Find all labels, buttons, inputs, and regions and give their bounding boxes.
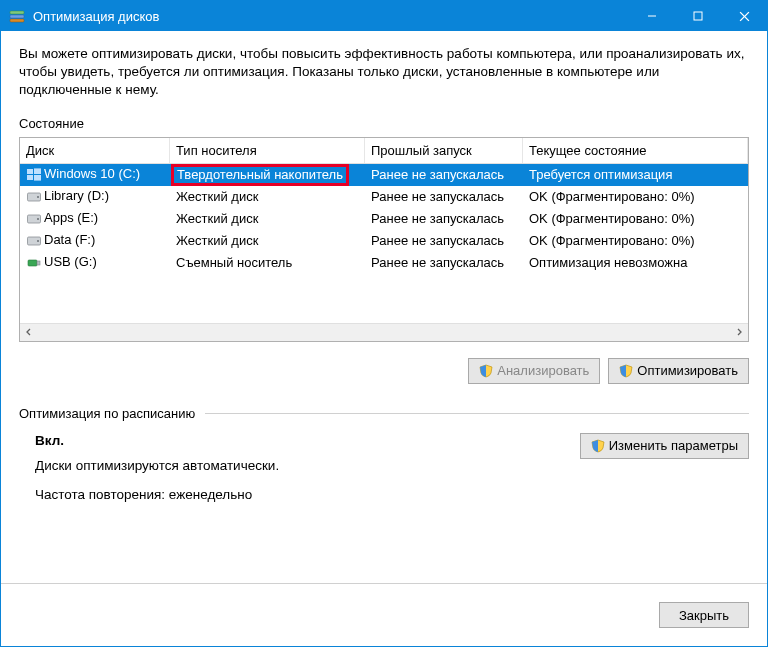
cell-last-run: Ранее не запускалась [365, 233, 523, 248]
schedule-freq-text: Частота повторения: еженедельно [35, 487, 580, 502]
cell-last-run: Ранее не запускалась [365, 167, 523, 182]
disk-name: Library (D:) [44, 188, 109, 203]
table-header: Диск Тип носителя Прошлый запуск Текущее… [20, 138, 748, 164]
cell-type: Жесткий диск [170, 189, 365, 204]
cell-last-run: Ранее не запускалась [365, 189, 523, 204]
svg-rect-7 [27, 169, 33, 174]
divider-line [205, 413, 749, 414]
change-settings-button[interactable]: Изменить параметры [580, 433, 749, 459]
cell-type: Жесткий диск [170, 211, 365, 226]
disk-name: Data (F:) [44, 232, 95, 247]
drives-table: Диск Тип носителя Прошлый запуск Текущее… [19, 137, 749, 342]
scroll-track[interactable] [38, 324, 730, 341]
table-body: Windows 10 (C:)Твердотельный накопительР… [20, 164, 748, 323]
shield-icon [619, 364, 633, 378]
drive-icon [26, 233, 44, 249]
col-header-last[interactable]: Прошлый запуск [365, 138, 523, 163]
optimize-button[interactable]: Оптимизировать [608, 358, 749, 384]
minimize-button[interactable] [629, 1, 675, 31]
shield-icon [479, 364, 493, 378]
shield-icon [591, 439, 605, 453]
svg-rect-10 [34, 175, 41, 181]
col-header-type[interactable]: Тип носителя [170, 138, 365, 163]
optimize-label: Оптимизировать [637, 363, 738, 378]
schedule-on-label: Вкл. [35, 433, 580, 448]
cell-disk: Data (F:) [20, 232, 170, 249]
disk-name: Apps (E:) [44, 210, 98, 225]
app-icon [9, 8, 25, 24]
table-row[interactable]: Apps (E:)Жесткий дискРанее не запускалас… [20, 208, 748, 230]
svg-rect-0 [10, 19, 24, 22]
window: Оптимизация дисков Вы можете оптимизиров… [0, 0, 768, 647]
analyze-label: Анализировать [497, 363, 589, 378]
col-header-disk[interactable]: Диск [20, 138, 170, 163]
table-row[interactable]: Windows 10 (C:)Твердотельный накопительР… [20, 164, 748, 186]
cell-last-run: Ранее не запускалась [365, 211, 523, 226]
scroll-right-button[interactable] [730, 324, 748, 341]
cell-disk: Apps (E:) [20, 210, 170, 227]
drive-icon [26, 255, 44, 271]
svg-point-14 [37, 218, 39, 220]
disk-name: Windows 10 (C:) [44, 166, 140, 181]
action-buttons: Анализировать Оптимизировать [19, 358, 749, 384]
analyze-button: Анализировать [468, 358, 600, 384]
type-value: Жесткий диск [176, 189, 258, 204]
close-window-button[interactable] [721, 1, 767, 31]
description-text: Вы можете оптимизировать диски, чтобы по… [19, 45, 749, 100]
content-area: Вы можете оптимизировать диски, чтобы по… [1, 31, 767, 583]
svg-rect-18 [37, 261, 40, 265]
cell-current-state: OK (Фрагментировано: 0%) [523, 189, 748, 204]
type-value: Жесткий диск [176, 233, 258, 248]
schedule-auto-text: Диски оптимизируются автоматически. [35, 458, 580, 473]
cell-type: Съемный носитель [170, 255, 365, 270]
cell-disk: Windows 10 (C:) [20, 166, 170, 183]
footer: Закрыть [1, 583, 767, 646]
cell-last-run: Ранее не запускалась [365, 255, 523, 270]
svg-rect-2 [10, 11, 24, 14]
scroll-left-button[interactable] [20, 324, 38, 341]
cell-current-state: OK (Фрагментировано: 0%) [523, 233, 748, 248]
cell-type: Твердотельный накопитель [170, 164, 365, 186]
maximize-button[interactable] [675, 1, 721, 31]
svg-point-16 [37, 240, 39, 242]
schedule-info: Вкл. Диски оптимизируются автоматически.… [19, 433, 580, 502]
cell-disk: Library (D:) [20, 188, 170, 205]
schedule-row: Вкл. Диски оптимизируются автоматически.… [19, 433, 749, 502]
change-settings-label: Изменить параметры [609, 438, 738, 453]
cell-current-state: OK (Фрагментировано: 0%) [523, 211, 748, 226]
cell-current-state: Требуется оптимизация [523, 167, 748, 182]
titlebar: Оптимизация дисков [1, 1, 767, 31]
drive-icon [26, 211, 44, 227]
type-value: Жесткий диск [176, 211, 258, 226]
type-value: Съемный носитель [176, 255, 292, 270]
cell-current-state: Оптимизация невозможна [523, 255, 748, 270]
type-value: Твердотельный накопитель [171, 164, 349, 186]
close-button[interactable]: Закрыть [659, 602, 749, 628]
window-title: Оптимизация дисков [33, 9, 629, 24]
horizontal-scrollbar[interactable] [20, 323, 748, 341]
cell-disk: USB (G:) [20, 254, 170, 271]
schedule-section-header: Оптимизация по расписанию [19, 406, 749, 421]
drive-icon [26, 167, 44, 183]
col-header-state[interactable]: Текущее состояние [523, 138, 748, 163]
svg-rect-4 [694, 12, 702, 20]
drive-icon [26, 189, 44, 205]
svg-rect-8 [34, 168, 41, 174]
status-label: Состояние [19, 116, 749, 131]
svg-point-12 [37, 196, 39, 198]
schedule-header-label: Оптимизация по расписанию [19, 406, 195, 421]
cell-type: Жесткий диск [170, 233, 365, 248]
svg-rect-9 [27, 175, 33, 180]
svg-rect-1 [10, 15, 24, 18]
table-row[interactable]: Library (D:)Жесткий дискРанее не запуска… [20, 186, 748, 208]
table-row[interactable]: Data (F:)Жесткий дискРанее не запускалас… [20, 230, 748, 252]
svg-rect-17 [28, 260, 37, 266]
disk-name: USB (G:) [44, 254, 97, 269]
table-row[interactable]: USB (G:)Съемный носительРанее не запуска… [20, 252, 748, 274]
